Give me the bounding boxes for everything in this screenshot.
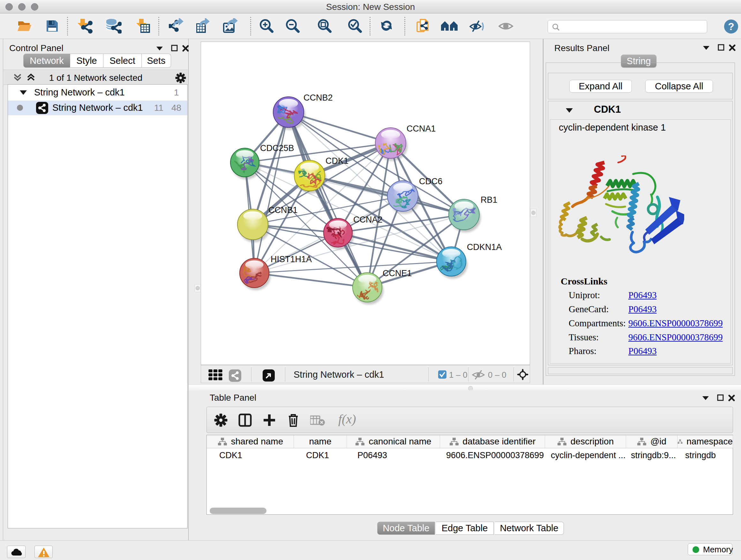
svg-text:CCNE1: CCNE1 <box>383 268 412 278</box>
svg-text:CCNA2: CCNA2 <box>353 215 383 225</box>
svg-text:CCNA1: CCNA1 <box>407 124 436 133</box>
svg-text:CDC6: CDC6 <box>419 177 443 186</box>
svg-text:CDK1: CDK1 <box>326 156 348 166</box>
svg-text:CDKN1A: CDKN1A <box>467 242 502 252</box>
svg-text:RB1: RB1 <box>481 195 497 205</box>
svg-text:HIST1H1A: HIST1H1A <box>271 254 312 264</box>
svg-text:CCNB1: CCNB1 <box>268 205 298 215</box>
svg-text:CCNB2: CCNB2 <box>304 93 333 103</box>
svg-text:CDC25B: CDC25B <box>260 143 294 153</box>
